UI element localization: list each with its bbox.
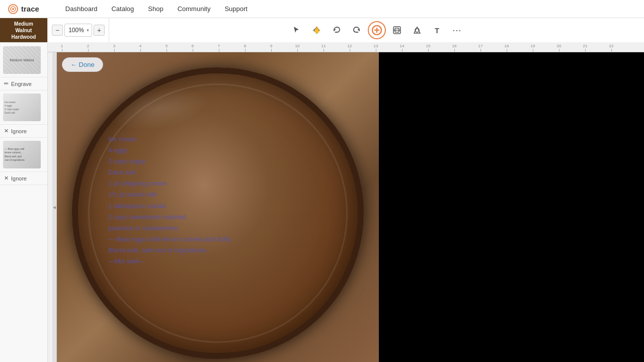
wooden-plate: Ice cream 4 eggs 2 cups sugar Dash salt …: [72, 67, 364, 359]
ruler-mark-top-17: 17: [467, 44, 494, 52]
pan-tool[interactable]: ✋: [307, 21, 326, 39]
done-button[interactable]: ← Done: [62, 57, 103, 72]
scan-tool[interactable]: [388, 21, 406, 39]
top-navigation: trace Dashboard Catalog Shop Community S…: [0, 0, 644, 18]
nav-links: Dashboard Catalog Shop Community Support: [65, 5, 248, 13]
ignore-label-1: Ignore: [11, 128, 27, 134]
ruler-mark-top-7: 7: [206, 44, 232, 52]
zoom-dropdown-icon: ▼: [86, 28, 90, 33]
engrave-label: Engrave: [11, 81, 32, 87]
ignore-label-2: Ignore: [11, 175, 27, 182]
recipe-text: Ice cream 4 eggs 2 cups sugar Dash salt …: [108, 134, 232, 267]
svg-text:✋: ✋: [313, 26, 321, 34]
pencil-icon: ✏: [4, 80, 9, 87]
canvas-area[interactable]: Ice cream 4 eggs 2 cups sugar Dash salt …: [57, 52, 644, 362]
ignore-action-1[interactable]: ✕ Ignore: [0, 125, 47, 138]
zoom-out-button[interactable]: −: [52, 25, 63, 36]
ruler-mark-top-16: 16: [441, 44, 467, 52]
logo-icon: [8, 4, 18, 14]
ruler-mark-top-14: 14: [389, 44, 415, 52]
tool-buttons: ✋: [283, 21, 470, 39]
ruler-mark-top-19: 19: [520, 44, 546, 52]
add-button[interactable]: [368, 21, 386, 39]
ruler-mark-top-3: 3: [101, 44, 127, 52]
ruler-mark-top-1: 1: [49, 44, 75, 52]
ruler-mark-top-10: 10: [284, 44, 310, 52]
redo-button[interactable]: [348, 21, 366, 39]
app-name: trace: [21, 5, 39, 13]
select-tool[interactable]: [287, 21, 305, 39]
engrave-action[interactable]: ✏ Engrave: [0, 77, 47, 90]
ruler-mark-top-18: 18: [494, 44, 520, 52]
ruler-mark-top-13: 13: [363, 44, 389, 52]
ruler-mark-top-8: 8: [232, 44, 258, 52]
nav-dashboard[interactable]: Dashboard: [65, 5, 98, 13]
ruler-mark-top-11: 11: [310, 44, 337, 52]
ruler-mark-top-4: 4: [127, 44, 153, 52]
thumbnail-3[interactable]: — Beat eggs untillemon colored...Blend w…: [0, 138, 47, 172]
left-panel: Medium Walnut ✏ Engrave Ice cream4 eggs2…: [0, 43, 48, 362]
svg-point-2: [12, 8, 14, 10]
thumbnail-1[interactable]: Medium Walnut: [0, 43, 47, 77]
ruler-collapse[interactable]: ◀: [52, 52, 57, 362]
ruler-top-marks: 12345678910111213141516171819202122: [48, 43, 624, 52]
ruler-mark-top-21: 21: [572, 44, 598, 52]
undo-button[interactable]: [328, 21, 346, 39]
shape-tool[interactable]: [408, 21, 426, 39]
zoom-input[interactable]: [67, 27, 86, 34]
nav-catalog[interactable]: Catalog: [111, 5, 134, 13]
zoom-in-button[interactable]: +: [94, 25, 105, 36]
text-tool[interactable]: T: [428, 21, 446, 39]
toolbar: Medium Walnut Hardwood − ▼ + ✋: [0, 18, 644, 43]
ruler-mark-top-12: 12: [337, 44, 363, 52]
nav-shop[interactable]: Shop: [148, 5, 163, 13]
more-options-button[interactable]: ⋯: [448, 21, 466, 39]
ruler-mark-top-2: 2: [75, 44, 101, 52]
material-badge[interactable]: Medium Walnut Hardwood: [0, 18, 48, 42]
material-badge-text: Medium Walnut Hardwood: [12, 21, 36, 40]
thumbnail-2[interactable]: Ice cream4 eggs2 cups sugarDash salt: [0, 90, 47, 125]
ruler-mark-top-6: 6: [180, 44, 206, 52]
ruler-mark-top-15: 15: [415, 44, 441, 52]
close-icon-1: ✕: [4, 128, 9, 134]
app-logo[interactable]: trace: [8, 4, 39, 14]
ruler-mark-top-20: 20: [546, 44, 572, 52]
ruler-top: 12345678910111213141516171819202122: [48, 43, 644, 52]
ruler-mark-top-5: 5: [153, 44, 180, 52]
ruler-mark-top-9: 9: [258, 44, 284, 52]
close-icon-2: ✕: [4, 175, 9, 182]
nav-support[interactable]: Support: [224, 5, 248, 13]
zoom-display: ▼: [64, 24, 92, 37]
nav-community[interactable]: Community: [178, 5, 211, 13]
ignore-action-2[interactable]: ✕ Ignore: [0, 172, 47, 185]
ruler-mark-top-22: 22: [598, 44, 624, 52]
